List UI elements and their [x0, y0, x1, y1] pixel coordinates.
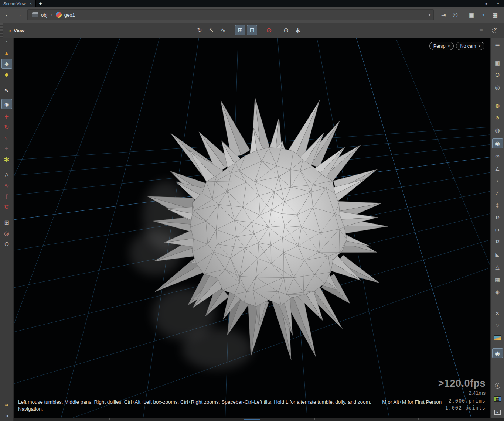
hand-tool-button[interactable]: ↦: [492, 225, 503, 235]
pane-grip[interactable]: [0, 23, 3, 38]
flipbook-icon: ▸: [494, 410, 501, 415]
tab-bar: Scene View × + ■▾: [0, 0, 504, 7]
pane-type-label[interactable]: View: [14, 28, 24, 33]
default-light-button[interactable]: ⊛: [492, 101, 503, 111]
clip-scissors-icon: ×: [496, 311, 499, 316]
shader-ball-icon: ◑: [5, 413, 8, 419]
forward-button[interactable]: →: [14, 10, 24, 20]
character-box-button[interactable]: ♙: [1, 170, 12, 180]
translate-handle-button[interactable]: +: [1, 112, 12, 121]
sphere-tool-button[interactable]: ◆: [1, 59, 12, 69]
color-grid-button[interactable]: ▦: [492, 394, 503, 404]
pose-handle-icon: +: [5, 146, 9, 152]
scroll-up-button[interactable]: ▲: [1, 40, 12, 44]
pane-maximize-icon: ■: [485, 2, 487, 6]
follow-target-button[interactable]: ◎: [450, 10, 460, 20]
gem-tool-button[interactable]: ◆: [1, 69, 12, 79]
divisions-12-edit-button[interactable]: 12: [492, 237, 503, 247]
select-tool-button[interactable]: ↖: [206, 25, 217, 35]
snapshot-mountain-button[interactable]: △: [492, 262, 503, 272]
axis-star-button[interactable]: ∗: [1, 154, 12, 164]
stroke-tool-button[interactable]: ≈: [1, 400, 12, 410]
view-tool-button[interactable]: ↻: [194, 25, 205, 35]
path-dropdown-caret-icon[interactable]: ▾: [429, 13, 430, 17]
link-dot-button[interactable]: ●: [478, 10, 488, 20]
target-view-button[interactable]: ◎: [492, 82, 503, 92]
new-tab-button[interactable]: +: [36, 0, 45, 7]
character-box-icon: ♙: [4, 172, 9, 178]
axis-star-icon: ∗: [3, 155, 10, 164]
hook-tool-button[interactable]: ∫: [1, 191, 12, 201]
timeline-scrollbar[interactable]: [14, 418, 504, 421]
construction-plane-button[interactable]: ∠: [492, 164, 503, 174]
small-light-button[interactable]: ⊙: [492, 113, 503, 123]
rig-gear-button[interactable]: ⊞: [1, 218, 12, 227]
lock-view-button[interactable]: ▣: [492, 58, 503, 68]
projection-menu[interactable]: Persp ▾: [429, 42, 454, 50]
divisions-12-icon: 12: [495, 216, 499, 220]
view-toolbar: ◑ View ↻↖∿⊞⊡⊘⊙∗ ≡?: [0, 23, 504, 38]
select-arrow-button[interactable]: ↖: [1, 86, 12, 96]
set-square-button[interactable]: ◣: [492, 249, 503, 259]
needle-button[interactable]: ∕: [492, 188, 503, 198]
camera-layout-button[interactable]: ⊞: [235, 25, 245, 35]
view-camera-button[interactable]: ◉: [492, 138, 503, 148]
stowbar-button[interactable]: ▦: [490, 10, 500, 20]
stroke-tool-icon: ≈: [5, 402, 8, 408]
secure-selection-button[interactable]: ◉: [1, 99, 12, 109]
view-camera-icon: ◉: [495, 141, 500, 147]
axis-globe-button[interactable]: ◍: [492, 125, 503, 135]
viewport-3d[interactable]: Persp ▾ No cam ▾ >120.0fps 2.41ms 2,000 …: [14, 38, 490, 418]
location-pin-button[interactable]: ◉: [492, 348, 503, 358]
caret-down-icon: ▾: [448, 44, 450, 48]
pin-marker-button[interactable]: ‡: [492, 201, 503, 210]
breadcrumb-item-obj[interactable]: obj: [29, 10, 50, 20]
pose-handle-button[interactable]: +: [1, 144, 12, 154]
breadcrumb-item-geo1[interactable]: geo1: [53, 10, 78, 20]
render-view-button[interactable]: ⊙: [281, 25, 291, 35]
scale-handle-button[interactable]: ↔: [1, 133, 12, 143]
tab-scene-view[interactable]: Scene View ×: [0, 0, 36, 7]
magnet-tool-button[interactable]: Ω: [1, 202, 12, 212]
background-image-icon: [494, 335, 501, 340]
display-options-icon: ≡: [479, 27, 483, 33]
help-button[interactable]: ?: [489, 25, 500, 35]
info-button[interactable]: i: [492, 381, 503, 391]
clip-scissors-button[interactable]: ×: [492, 308, 503, 318]
divisions-12-button[interactable]: 12: [492, 213, 503, 223]
gem-display-button[interactable]: ◈: [492, 287, 503, 297]
camera-menu[interactable]: No cam ▾: [456, 42, 484, 50]
tab-close-icon[interactable]: ×: [30, 1, 32, 6]
checker-background-button[interactable]: ▦: [492, 274, 503, 284]
toolbar-right-group: ≡?: [475, 23, 500, 38]
right-toolbar: ▬▣⊙◎⊛⊙◍◉∞∠•∕‡12↦12◣△▦◈×◌◉i▦▸: [490, 38, 504, 418]
viewport-help-text: Left mouse tumbles. Middle pans. Right d…: [18, 398, 465, 413]
stow-panel-button[interactable]: ▬: [492, 40, 503, 49]
headlight-button[interactable]: ⊙: [492, 70, 503, 80]
frame-view-button[interactable]: ⊡: [247, 25, 257, 35]
prohibit-button[interactable]: ⊘: [264, 25, 274, 35]
timeline-range-bar[interactable]: [244, 419, 260, 420]
headlight-icon: ⊙: [495, 72, 500, 78]
pin-path-button[interactable]: ⇥: [438, 10, 449, 20]
pose-wheel-button[interactable]: ◎: [1, 228, 12, 238]
lasso-select-button[interactable]: ∿: [218, 25, 228, 35]
tabbar-spacer: [45, 0, 480, 7]
dashed-circle-button[interactable]: ◌: [492, 320, 503, 330]
cone-tool-button[interactable]: ▲: [1, 48, 12, 58]
curve-brush-button[interactable]: ∿: [1, 181, 12, 191]
frame-time-readout: 2.41ms: [438, 390, 486, 396]
background-image-button[interactable]: [492, 333, 503, 343]
back-button[interactable]: ←: [3, 10, 13, 20]
stereo-glasses-button[interactable]: ∞: [492, 151, 503, 161]
settings-burst-button[interactable]: ∗: [293, 25, 303, 35]
flipbook-button[interactable]: ▸: [492, 407, 503, 417]
rotate-handle-button[interactable]: ↻: [1, 122, 12, 132]
drum-tool-button[interactable]: ⊙: [1, 239, 12, 249]
snap-dot-button[interactable]: •: [492, 176, 503, 186]
path-field[interactable]: obj›geo1 ▾: [27, 9, 434, 20]
display-options-button[interactable]: ≡: [476, 25, 486, 35]
set-square-icon: ◣: [496, 252, 500, 257]
linked-panes-button[interactable]: ▣: [466, 10, 477, 20]
shader-ball-button[interactable]: ◑: [1, 411, 12, 421]
